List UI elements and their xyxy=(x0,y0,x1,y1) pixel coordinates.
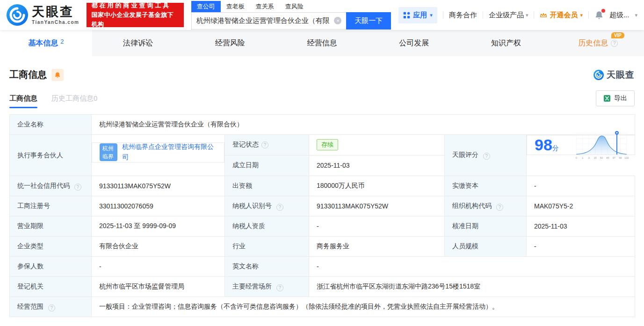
monitor-bell-button[interactable] xyxy=(51,69,64,81)
business-info-table: 企业名称 杭州绿港智储企业运营管理合伙企业（有限合伙） 执行事务合伙人 杭州 临… xyxy=(9,114,635,317)
svg-text:1: 1 xyxy=(582,156,583,159)
tianyancha-logo[interactable]: 天眼查 TianYanCha.com xyxy=(7,4,79,26)
label-text: 成立日期 xyxy=(232,161,259,170)
notification-bell-icon[interactable] xyxy=(594,10,604,20)
tab-development-label: 公司发展 xyxy=(399,38,429,48)
svg-text:15: 15 xyxy=(593,156,596,159)
industry-label: 行业 xyxy=(225,237,309,257)
org-code-label: 组织机构代码 ? xyxy=(445,196,527,216)
company-tabbar: 基本信息 2 法律诉讼 经营风险 经营信息 公司发展 知识产权 VIP 历史信息… xyxy=(0,30,644,56)
search-tab-company[interactable]: 查公司 xyxy=(191,1,221,12)
help-icon[interactable]: ? xyxy=(483,153,490,160)
help-icon[interactable]: ? xyxy=(276,204,283,211)
approval-date-value: 2025-11-03 xyxy=(527,216,635,237)
partner-company-link[interactable]: 杭州临界点企业管理咨询有限公司 xyxy=(122,142,217,162)
establish-date-label: 成立日期 xyxy=(225,156,309,176)
notification-red-dot xyxy=(601,9,605,13)
tab-history-info[interactable]: VIP 历史信息 ? xyxy=(552,30,644,56)
bell-icon xyxy=(54,72,61,78)
taxpayer-id-value: 91330113MAK075Y52W xyxy=(309,196,445,216)
label-text: 企业类型 xyxy=(17,242,43,250)
export-button[interactable]: 导出 xyxy=(596,90,635,106)
search-tab-relation[interactable]: 查关系 xyxy=(250,1,280,12)
company-avatar[interactable]: 杭州 临界 xyxy=(100,143,117,161)
caret-down-icon: ▾ xyxy=(635,12,637,18)
approval-date-label: 核准日期 xyxy=(445,216,527,237)
help-icon[interactable]: ? xyxy=(276,284,283,291)
label-text: 行业 xyxy=(232,242,246,250)
crown-icon xyxy=(540,12,547,18)
top-nav: 应用 ▾ 商务合作 企业级产品 ▾ 开通会员 ▾ xyxy=(398,7,637,23)
slogan-line1: 都在用的商业查询工具 xyxy=(91,1,179,10)
insured-value: - xyxy=(92,257,225,277)
status-badge: 存续 xyxy=(317,139,338,150)
score-value[interactable]: 98分 xyxy=(527,135,635,155)
tab-operating-info[interactable]: 经营信息 xyxy=(276,30,368,56)
taxpayer-quality-label: 纳税人资质 xyxy=(225,216,309,237)
search-tab-risk[interactable]: 查风险 xyxy=(280,1,309,12)
insured-label: 参保人数 xyxy=(10,257,92,277)
label-text: 经营范围 xyxy=(17,303,43,310)
search-tab-boss[interactable]: 查老板 xyxy=(221,1,250,12)
search-input[interactable] xyxy=(192,13,347,29)
tab-basic-info[interactable]: 基本信息 2 xyxy=(0,30,92,56)
company-name-label: 企业名称 xyxy=(10,115,92,135)
tab-intellectual-property[interactable]: 知识产权 xyxy=(460,30,552,56)
divider xyxy=(534,11,534,19)
industry-value: 商务服务业 xyxy=(309,237,445,257)
caret-down-icon: ▾ xyxy=(526,12,528,18)
nav-account[interactable]: 超级... ▾ xyxy=(609,11,637,20)
table-row: 企业类型 有限合伙企业 行业 商务服务业 人员规模 - xyxy=(10,237,635,257)
top-header: 天眼查 TianYanCha.com 都在用的商业查询工具 国家中小企业发展子基… xyxy=(0,0,644,30)
tab-legal-proceedings[interactable]: 法律诉讼 xyxy=(92,30,184,56)
tab-history-label: 历史信息 xyxy=(578,38,608,48)
help-icon[interactable]: ? xyxy=(74,184,81,191)
score-label: 天眼评分 ? xyxy=(445,135,527,176)
label-text: 登记机关 xyxy=(17,282,43,290)
score-number: 98 xyxy=(535,136,552,154)
help-icon[interactable]: ? xyxy=(261,141,268,148)
tab-operating-risk[interactable]: 经营风险 xyxy=(184,30,276,56)
status-date-subtable: 登记状态 ? 存续 成立日期 2025-11-03 xyxy=(225,135,445,176)
nav-enterprise-label: 企业级产品 xyxy=(489,11,524,20)
reg-number-label: 工商注册号 xyxy=(10,196,92,216)
svg-text:100: 100 xyxy=(624,156,629,159)
partner-label: 执行事务合伙人 xyxy=(10,135,92,176)
table-row: 登记机关 杭州市临平区市场监督管理局 主要经营场所 ? 浙江省杭州市临平区东湖街… xyxy=(10,277,635,297)
help-icon[interactable]: ? xyxy=(611,40,618,47)
business-site-label: 主要经营场所 ? xyxy=(225,277,309,297)
label-text: 主要经营场所 xyxy=(232,282,272,290)
help-icon[interactable]: ? xyxy=(496,204,503,211)
watermark-logo: 天眼查 xyxy=(593,69,635,81)
nav-enterprise-products[interactable]: 企业级产品 ▾ xyxy=(489,11,528,20)
label-text: 工商注册号 xyxy=(17,202,50,209)
label-text: 参保人数 xyxy=(17,262,43,270)
help-icon[interactable]: ? xyxy=(48,304,55,311)
table-row: 经营范围 ? 一般项目：企业管理咨询；信息咨询服务（不含许可类信息咨询服务）（除… xyxy=(10,297,635,317)
tab-basic-label: 基本信息 xyxy=(28,38,58,48)
credit-code-value: 91330113MAK075Y52W xyxy=(92,176,225,196)
tab-ip-label: 知识产权 xyxy=(491,38,521,48)
english-name-label: 英文名称 xyxy=(225,257,309,277)
svg-text:3: 3 xyxy=(588,156,589,159)
label-text: 执行事务合伙人 xyxy=(17,151,63,159)
open-vip-label: 开通会员 xyxy=(550,11,578,20)
search-button[interactable]: 天眼一下 xyxy=(346,12,391,30)
company-name-value: 杭州绿港智储企业运营管理合伙企业（有限合伙） xyxy=(92,115,635,135)
apps-menu[interactable]: 应用 ▾ xyxy=(398,7,437,23)
nav-cooperation[interactable]: 商务合作 xyxy=(449,11,477,20)
table-row: 执行事务合伙人 杭州 临界 杭州临界点企业管理咨询有限公司 登记状态 ? 存续 xyxy=(10,135,635,176)
slogan-line2: 国家中小企业发展子基金旗下机构 xyxy=(91,10,179,29)
label-text: 天眼评分 xyxy=(452,151,478,158)
subtab-history-business-info[interactable]: 历史工商信息0 xyxy=(51,94,97,108)
label-text: 核准日期 xyxy=(452,222,478,230)
table-row: 统一社会信用代码 ? 91330113MAK075Y52W 出资额 180000… xyxy=(10,176,635,196)
slogan-banner: 都在用的商业查询工具 国家中小企业发展子基金旗下机构 xyxy=(87,3,183,27)
tab-company-development[interactable]: 公司发展 xyxy=(368,30,460,56)
subtab-business-info[interactable]: 工商信息 xyxy=(9,94,37,108)
capital-value: 180000万人民币 xyxy=(309,176,445,196)
nav-open-vip[interactable]: 开通会员 ▾ xyxy=(540,11,583,20)
clear-icon[interactable]: × xyxy=(334,17,341,24)
divider xyxy=(588,11,589,19)
tianyancha-logo-icon xyxy=(7,4,28,26)
